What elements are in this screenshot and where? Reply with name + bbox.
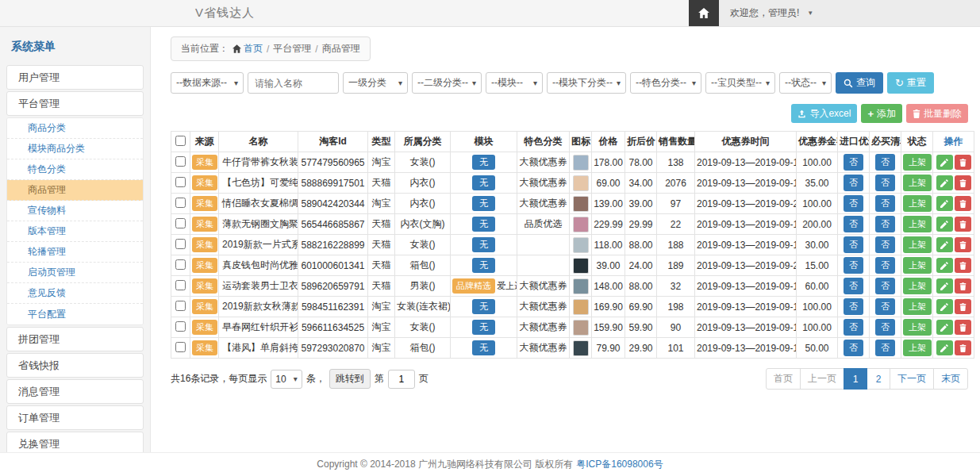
row-checkbox[interactable]	[175, 280, 186, 290]
filter-select[interactable]: --模块下分类--▾	[547, 72, 626, 94]
data-source-select[interactable]: --数据来源--▾	[171, 72, 244, 94]
home-button[interactable]	[689, 0, 719, 26]
page-button[interactable]: 末页	[933, 368, 968, 390]
page-button[interactable]: 1	[844, 368, 867, 390]
import-toggle-button[interactable]: 否	[844, 154, 863, 171]
row-checkbox[interactable]	[175, 156, 186, 167]
sidebar-item[interactable]: 平台管理	[6, 91, 144, 116]
status-button[interactable]: 上架	[903, 175, 932, 191]
mustbuy-toggle-button[interactable]: 否	[875, 298, 895, 315]
batch-delete-button[interactable]: 批量删除	[906, 104, 968, 123]
sidebar-subitem[interactable]: 模块商品分类	[7, 139, 143, 159]
status-button[interactable]: 上架	[903, 154, 932, 171]
import-toggle-button[interactable]: 否	[844, 195, 863, 212]
edit-button[interactable]	[936, 278, 953, 294]
sidebar-item[interactable]: 消息管理	[6, 379, 144, 404]
delete-button[interactable]	[955, 258, 971, 273]
edit-button[interactable]	[936, 320, 953, 335]
filter-select[interactable]: --特色分类--▾	[630, 72, 701, 94]
filter-select[interactable]: --模块--▾	[486, 72, 543, 94]
status-button[interactable]: 上架	[903, 278, 932, 294]
jump-button[interactable]: 跳转到	[329, 369, 371, 389]
row-checkbox[interactable]	[175, 259, 186, 270]
import-toggle-button[interactable]: 否	[844, 216, 863, 232]
mustbuy-toggle-button[interactable]: 否	[875, 175, 895, 191]
delete-button[interactable]	[955, 320, 971, 335]
mustbuy-toggle-button[interactable]: 否	[875, 195, 895, 212]
page-number-input[interactable]	[388, 370, 415, 389]
edit-button[interactable]	[936, 175, 953, 190]
import-excel-button[interactable]: 导入excel	[791, 104, 857, 123]
mustbuy-toggle-button[interactable]: 否	[875, 340, 895, 356]
sidebar-subitem[interactable]: 轮播管理	[7, 242, 143, 263]
page-button[interactable]: 首页	[766, 368, 801, 390]
sidebar-item[interactable]: 兑换管理	[6, 432, 144, 452]
sidebar-subitem[interactable]: 宣传物料	[7, 201, 143, 221]
breadcrumb-home-link[interactable]: 首页	[233, 42, 263, 56]
sidebar-subitem[interactable]: 商品管理	[7, 180, 143, 201]
search-button[interactable]: 查询	[836, 72, 883, 94]
delete-button[interactable]	[955, 278, 971, 294]
edit-button[interactable]	[936, 217, 953, 232]
status-button[interactable]: 上架	[903, 298, 932, 315]
page-button[interactable]: 下一页	[890, 368, 934, 390]
page-button[interactable]: 上一页	[800, 368, 844, 390]
import-toggle-button[interactable]: 否	[844, 257, 863, 274]
mustbuy-toggle-button[interactable]: 否	[875, 154, 895, 171]
row-checkbox[interactable]	[175, 177, 186, 187]
delete-button[interactable]	[955, 237, 971, 252]
status-button[interactable]: 上架	[903, 319, 932, 336]
edit-button[interactable]	[936, 237, 953, 252]
select-all-checkbox[interactable]	[175, 136, 186, 146]
user-menu[interactable]: 欢迎您，管理员! ▼	[719, 0, 980, 26]
row-checkbox[interactable]	[175, 342, 186, 352]
sidebar-item[interactable]: 用户管理	[6, 65, 144, 90]
sidebar-item[interactable]: 拼团管理	[6, 327, 144, 351]
filter-select[interactable]: 一级分类▾	[343, 72, 408, 94]
row-checkbox[interactable]	[175, 301, 186, 311]
page-button[interactable]: 2	[867, 368, 890, 390]
icp-link[interactable]: 粤ICP备16098006号	[576, 458, 663, 471]
sidebar-subitem[interactable]: 启动页管理	[7, 263, 143, 283]
sidebar-subitem[interactable]: 版本管理	[7, 221, 143, 242]
status-button[interactable]: 上架	[903, 216, 932, 232]
delete-button[interactable]	[955, 175, 971, 190]
filter-select[interactable]: --宝贝类型--▾	[705, 72, 775, 94]
import-toggle-button[interactable]: 否	[844, 236, 863, 253]
status-button[interactable]: 上架	[903, 236, 932, 253]
sidebar-item[interactable]: 省钱快报	[6, 353, 144, 378]
per-page-select[interactable]: 10 ▾	[271, 370, 302, 389]
sidebar-subitem[interactable]: 意见反馈	[7, 283, 143, 304]
row-checkbox[interactable]	[175, 321, 186, 332]
sidebar-item[interactable]: 订单管理	[6, 405, 144, 430]
delete-button[interactable]	[955, 155, 971, 170]
status-button[interactable]: 上架	[903, 195, 932, 212]
row-checkbox[interactable]	[175, 239, 186, 249]
add-button[interactable]: + 添加	[861, 104, 902, 123]
import-toggle-button[interactable]: 否	[844, 278, 863, 294]
filter-select[interactable]: --状态--▾	[779, 72, 832, 94]
edit-button[interactable]	[936, 258, 953, 273]
import-toggle-button[interactable]: 否	[844, 175, 863, 191]
sidebar-subitem[interactable]: 平台配置	[7, 304, 143, 324]
breadcrumb-level1[interactable]: 平台管理	[273, 42, 311, 56]
delete-button[interactable]	[955, 340, 971, 355]
edit-button[interactable]	[936, 196, 953, 211]
edit-button[interactable]	[936, 155, 953, 170]
mustbuy-toggle-button[interactable]: 否	[875, 216, 895, 232]
import-toggle-button[interactable]: 否	[844, 340, 863, 356]
delete-button[interactable]	[955, 196, 971, 211]
edit-button[interactable]	[936, 340, 953, 355]
mustbuy-toggle-button[interactable]: 否	[875, 278, 895, 294]
delete-button[interactable]	[955, 299, 971, 314]
sidebar-subitem[interactable]: 特色分类	[7, 159, 143, 180]
import-toggle-button[interactable]: 否	[844, 319, 863, 336]
product-name-input[interactable]	[248, 72, 339, 94]
import-toggle-button[interactable]: 否	[844, 298, 863, 315]
delete-button[interactable]	[955, 217, 971, 232]
mustbuy-toggle-button[interactable]: 否	[875, 257, 895, 274]
sidebar-subitem[interactable]: 商品分类	[7, 118, 143, 139]
row-checkbox[interactable]	[175, 218, 186, 228]
mustbuy-toggle-button[interactable]: 否	[875, 236, 895, 253]
status-button[interactable]: 上架	[903, 340, 932, 356]
